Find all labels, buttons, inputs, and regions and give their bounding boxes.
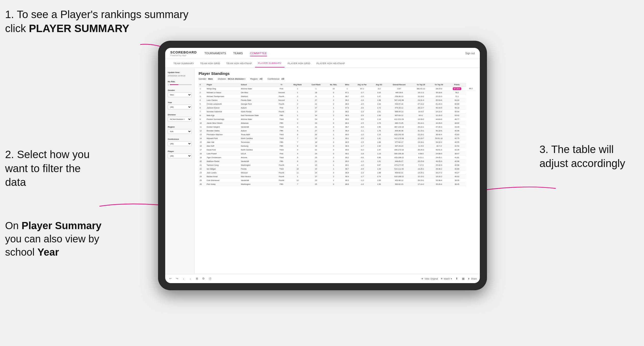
- table-cell: 4: [289, 152, 306, 156]
- table-cell: 43.49: [448, 125, 466, 129]
- table-cell: 40.27: [448, 171, 466, 175]
- link-icon[interactable]: ⚙: [201, 277, 205, 281]
- table-cell: 1: [326, 106, 342, 110]
- subnav-player-summary[interactable]: PLAYER SUMMARY: [255, 59, 285, 67]
- table-cell: 258-96-13: [386, 94, 412, 98]
- table-cell: 54-51-4: [430, 148, 448, 152]
- table-cell: 60.89: [448, 102, 466, 106]
- table-cell: Vanderbilt: [240, 178, 274, 182]
- table-cell: 11: [199, 125, 206, 129]
- table-cell: 42.75: [448, 136, 466, 140]
- table-cell: 44-64-6: [430, 117, 448, 121]
- table-row: 26Petr HrubyWashingtonFifth725068.6-1.61…: [199, 182, 476, 186]
- table-row: 10Jacob Skov OlesenArkansasFifth323068.4…: [199, 121, 476, 125]
- table-cell: East Tennessee State: [240, 114, 274, 117]
- update-time-label: Update time:: [168, 71, 192, 74]
- gender-select[interactable]: Men Women: [168, 92, 192, 97]
- table-cell: Brendan Valdes: [206, 129, 240, 133]
- nav-link-committee[interactable]: COMMITTEE: [250, 51, 267, 56]
- division-select[interactable]: NCAA Division I NCAA Division II: [168, 117, 192, 122]
- table-cell: Maxwell Ford: [206, 136, 240, 140]
- table-cell: 35-16-4: [430, 91, 448, 94]
- table-cell: 1: [199, 87, 206, 91]
- redo-icon[interactable]: ↪: [175, 277, 179, 281]
- table-row: 20Matthew RiedelVanderbiltFifth921069.0-…: [199, 159, 476, 163]
- table-cell: Jackson Koivun: [206, 106, 240, 110]
- table-cell: -1.7: [353, 175, 372, 178]
- table-cell: 9: [199, 117, 206, 121]
- table-cell: 8-6-1: [412, 114, 430, 117]
- table-cell: Florida State: [240, 98, 274, 102]
- table-cell: 0: [326, 159, 342, 163]
- subnav-player-h2h-heatmap[interactable]: PLAYER H2H HEATMAP: [313, 59, 348, 67]
- grid-icon[interactable]: ▦: [461, 277, 465, 281]
- view-label: View: Original: [424, 278, 438, 280]
- table-cell: 0: [326, 125, 342, 129]
- copy-icon[interactable]: ⊞: [195, 277, 199, 281]
- table-cell: 68.6: [342, 182, 353, 186]
- table-cell: 21: [306, 102, 326, 106]
- table-cell: 480-72-25: [386, 121, 412, 125]
- table-cell: 18: [199, 152, 206, 156]
- table-cell: 25: [306, 182, 326, 186]
- no-rds-slider[interactable]: [170, 84, 192, 85]
- watch-button[interactable]: 👁 Watch ▾: [441, 278, 452, 280]
- table-cell: 20-14-1: [412, 121, 430, 125]
- undo-icon[interactable]: ↩: [168, 277, 172, 281]
- table-cell: UCLA: [240, 152, 274, 156]
- table-cell: 3.07: [386, 87, 412, 91]
- clock-icon[interactable]: ⏱: [208, 277, 212, 281]
- table-cell: 68.3: [342, 114, 353, 117]
- table-cell: Fourth: [274, 171, 289, 175]
- forward-icon[interactable]: ›: [188, 277, 192, 281]
- table-cell: 68.7: [342, 94, 353, 98]
- table-cell: 23: [306, 121, 326, 125]
- table-cell: Alex Goff: [206, 144, 240, 148]
- table-cell: 69.1: [342, 136, 353, 140]
- nav-sign-out[interactable]: Sign out: [465, 52, 475, 55]
- filter-summary-row: Gender: Men Division: NCAA Division I Re…: [199, 78, 476, 80]
- nav-link-teams[interactable]: TEAMS: [233, 51, 243, 56]
- table-cell: -1.0: [353, 133, 372, 136]
- player-select[interactable]: (All): [168, 154, 192, 158]
- export-icon[interactable]: ⬆: [455, 277, 459, 281]
- table-cell: Ole Miss: [240, 91, 274, 94]
- table-cell: 2: [326, 98, 342, 102]
- table-cell: Washington: [240, 182, 274, 186]
- col-wins: Wins: [342, 83, 353, 87]
- table-cell: -0.6: [353, 156, 372, 159]
- share-button[interactable]: ⬆ Share: [468, 278, 477, 280]
- table-cell: 1: [289, 114, 306, 117]
- table-cell: 17-14-2: [412, 182, 430, 186]
- subnav-team-summary[interactable]: TEAM SUMMARY: [170, 59, 197, 67]
- year-select[interactable]: (All) First Second Third Fourth Fifth: [168, 105, 192, 109]
- table-cell: 67.3: [342, 106, 353, 110]
- nav-link-tournaments[interactable]: TOURNAMENTS: [204, 51, 226, 56]
- sub-nav: TEAM SUMMARY TEAM H2H GRID TEAM H2H HEAT…: [165, 59, 480, 68]
- table-cell: First: [274, 106, 289, 110]
- table-cell: Third: [274, 125, 289, 129]
- table-cell: -1.2: [353, 159, 372, 163]
- table-cell: 1: [326, 133, 342, 136]
- subnav-player-h2h-grid[interactable]: PLAYER H2H GRID: [285, 59, 313, 67]
- back-icon[interactable]: ‹: [182, 277, 186, 281]
- region-filter: Region N/A All: [168, 126, 192, 134]
- table-cell: 0.96: [372, 156, 386, 159]
- table-cell: Gordon Sargent: [206, 125, 240, 129]
- table-cell: 10: [289, 167, 306, 171]
- table-cell: 65-54-6: [430, 98, 448, 102]
- annotation-step1: 1. To see a Player's rankings summary cl…: [5, 8, 204, 35]
- table-cell: Third: [274, 156, 289, 159]
- conference-filter: Conference (All): [168, 138, 192, 147]
- table-cell: 49-35-9: [430, 159, 448, 163]
- table-cell: 412-179-38: [386, 136, 412, 140]
- table-cell: 26-32-2: [430, 140, 448, 144]
- subnav-team-h2h-grid[interactable]: TEAM H2H GRID: [197, 59, 223, 67]
- table-cell: 24-10-4: [430, 110, 448, 114]
- view-original-button[interactable]: 👁 View: Original: [421, 278, 438, 280]
- subnav-team-h2h-heatmap[interactable]: TEAM H2H HEATMAP: [223, 59, 255, 67]
- sidebar: Update time: 27/03/2024 16:56:26 No Rds.…: [165, 68, 195, 274]
- region-select[interactable]: N/A All: [168, 129, 192, 134]
- division-filter: Division NCAA Division I NCAA Division I…: [168, 114, 192, 122]
- conference-select[interactable]: (All): [168, 141, 192, 146]
